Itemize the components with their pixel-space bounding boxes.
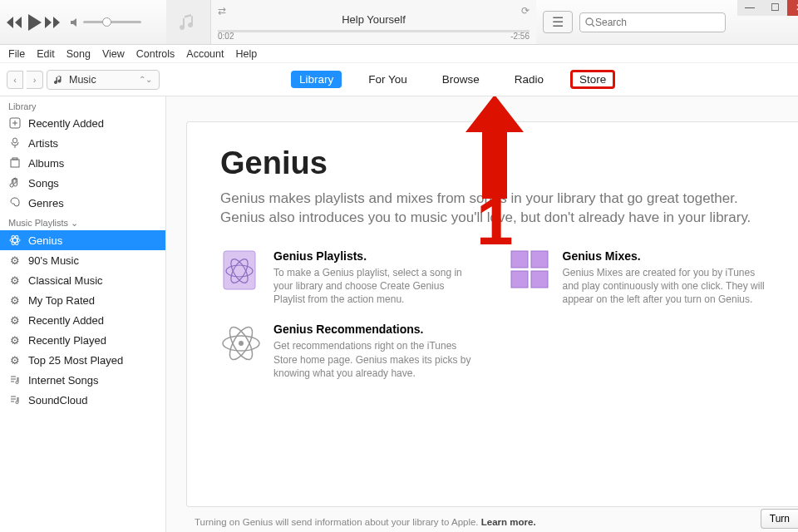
sidebar-item-label: Internet Songs [28,374,99,387]
music-note-icon [54,75,64,85]
genius-mixes-icon [510,249,551,291]
genius-atom-icon [8,234,22,247]
footer-note: Turning on Genius will send information … [195,517,536,527]
window-close-button[interactable]: ✕ [787,0,798,16]
genius-recommendations-icon [220,323,262,364]
svg-line-1 [592,24,594,27]
menu-song[interactable]: Song [66,48,91,60]
search-input[interactable] [595,17,720,28]
now-playing-display: ⇄ ⟳ Help Yourself 0:02 -2:56 [211,0,536,44]
menu-view[interactable]: View [102,48,125,60]
svg-rect-17 [224,251,255,289]
sidebar-item-label: Albums [28,157,64,170]
list-view-button[interactable]: ☰ [543,11,573,33]
sidebar-item-recently-added[interactable]: Recently Added [0,113,165,133]
panel-title: Genius [220,145,765,181]
sidebar-header-playlists[interactable]: Music Playlists ⌄ [0,213,165,230]
svg-rect-7 [12,158,17,160]
volume-slider[interactable] [70,17,141,27]
search-field[interactable] [579,12,726,32]
sidebar-item-label: Recently Added [28,117,104,130]
sidebar-item-top-rated[interactable]: ⚙My Top Rated [0,290,165,310]
menu-account[interactable]: Account [186,48,224,60]
sidebar-item-90s[interactable]: ⚙90's Music [0,250,165,270]
tab-radio[interactable]: Radio [506,71,552,89]
tab-for-you[interactable]: For You [360,71,416,89]
next-track-button[interactable] [45,17,62,28]
genius-playlist-icon [220,249,262,291]
tab-store[interactable]: Store [570,70,615,90]
sidebar-item-label: Top 25 Most Played [28,354,123,367]
sidebar-item-label: SoundCloud [28,394,88,406]
prev-track-button[interactable] [7,17,23,28]
menu-help[interactable]: Help [236,48,258,60]
category-label: Music [69,74,96,86]
window-maximize-button[interactable]: ☐ [762,0,787,16]
sidebar-item-artists[interactable]: Artists [0,133,165,153]
gear-icon: ⚙ [8,313,22,327]
sidebar-item-recently-added-pl[interactable]: ⚙Recently Added [0,310,165,330]
sidebar-item-label: Recently Added [28,314,104,327]
genres-icon [8,196,22,209]
search-icon [585,17,595,27]
albums-icon [8,156,22,170]
sidebar-item-songs[interactable]: Songs [0,173,165,193]
sidebar-header-library: Library [0,96,165,113]
chevron-down-icon: ⌄ [71,218,78,228]
svg-rect-21 [511,251,528,268]
playlist-icon [8,393,22,406]
gear-icon: ⚙ [8,353,22,367]
gear-icon: ⚙ [8,273,22,287]
svg-rect-6 [11,160,19,167]
sidebar-item-internet-songs[interactable]: Internet Songs [0,370,165,390]
nav-back-button[interactable]: ‹ [7,71,23,89]
learn-more-link[interactable]: Learn more. [481,517,536,527]
play-button[interactable] [27,14,42,31]
sidebar-item-label: 90's Music [28,254,79,267]
tab-library[interactable]: Library [291,71,342,89]
gear-icon: ⚙ [8,254,22,267]
sidebar-item-recently-played[interactable]: ⚙Recently Played [0,330,165,350]
svg-rect-22 [531,251,548,268]
menu-bar: File Edit Song View Controls Account Hel… [0,45,798,63]
menu-file[interactable]: File [8,48,25,60]
album-art-placeholder [166,0,211,44]
repeat-icon[interactable]: ⟳ [521,5,530,17]
menu-edit[interactable]: Edit [37,48,55,60]
gear-icon: ⚙ [8,293,22,307]
sidebar-item-genius[interactable]: Genius [0,230,165,250]
sidebar-item-top25[interactable]: ⚙Top 25 Most Played [0,350,165,370]
tab-browse[interactable]: Browse [434,71,488,89]
feature-desc: Get recommendations right on the iTunes … [273,339,476,380]
sidebar-item-label: Artists [28,137,58,150]
feature-title: Genius Mixes. [563,249,766,263]
svg-rect-23 [511,271,528,288]
sidebar-item-label: Classical Music [28,274,103,287]
turn-on-button[interactable]: Turn [761,509,798,529]
feature-mixes: Genius Mixes. Genius Mixes are created f… [510,249,766,307]
category-selector[interactable]: Music ⌃⌄ [47,70,160,90]
time-remaining: -2:56 [510,32,530,41]
content-area: Genius Genius makes playlists and mixes … [166,96,798,532]
shuffle-icon[interactable]: ⇄ [218,5,226,17]
sidebar-item-classical[interactable]: ⚙Classical Music [0,270,165,290]
sidebar-item-albums[interactable]: Albums [0,153,165,173]
sidebar-item-genres[interactable]: Genres [0,193,165,213]
feature-title: Genius Playlists. [273,249,476,263]
progress-bar[interactable] [218,30,530,32]
feature-playlists: Genius Playlists. To make a Genius playl… [220,249,476,307]
annotation-number: 1 [476,184,514,260]
svg-point-0 [586,18,593,25]
sidebar-item-soundcloud[interactable]: SoundCloud [0,390,165,410]
volume-icon [70,17,80,27]
nav-forward-button[interactable]: › [27,71,43,89]
window-minimize-button[interactable]: — [737,0,762,16]
time-elapsed: 0:02 [218,32,234,41]
svg-rect-24 [531,271,548,288]
menu-controls[interactable]: Controls [136,48,175,60]
feature-recommendations: Genius Recommendations. Get recommendati… [220,323,476,380]
player-bar: ⇄ ⟳ Help Yourself 0:02 -2:56 ☰ — ☐ ✕ [0,0,798,45]
gear-icon: ⚙ [8,333,22,347]
playlist-icon [8,373,22,387]
content-tabs: Library For You Browse Radio Store [166,70,798,90]
